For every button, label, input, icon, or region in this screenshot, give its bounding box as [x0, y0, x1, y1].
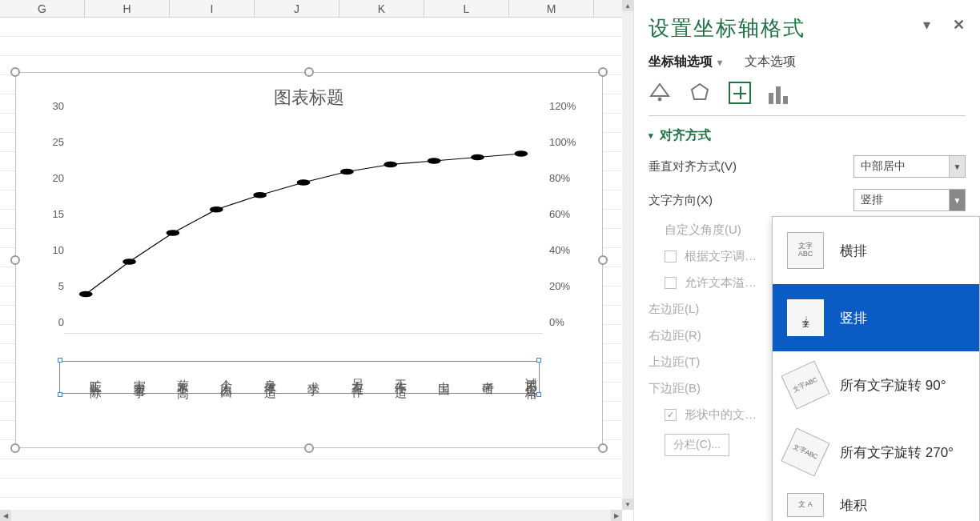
x-axis-labels[interactable]: 旷工解除家中有事薪水不高个人原因身体不适求学另有工作工作不适出国考研试用不合格 — [59, 361, 540, 394]
resize-handle-br[interactable] — [598, 443, 608, 453]
axis-sel-handle[interactable] — [536, 358, 541, 363]
x-axis-label[interactable]: 试用不合格 — [496, 362, 539, 393]
columns-button[interactable]: 分栏(C)... — [665, 434, 729, 456]
x-axis-label[interactable]: 工作不适 — [365, 362, 408, 393]
wrap-text-checkbox[interactable] — [665, 409, 677, 421]
vertical-scrollbar[interactable]: ▲ ▼ — [622, 0, 633, 510]
x-axis-label[interactable]: 出国 — [408, 362, 452, 393]
col-header[interactable]: L — [424, 0, 509, 17]
text-direction-label: 文字方向(X) — [649, 193, 853, 208]
x-axis-label[interactable]: 考研 — [452, 362, 495, 393]
y-axis-left[interactable]: 051015202530 — [24, 118, 64, 334]
col-header[interactable]: M — [509, 0, 594, 17]
axis-sel-handle[interactable] — [58, 392, 62, 397]
axis-sel-handle[interactable] — [58, 358, 62, 363]
tab-text-options[interactable]: 文本选项 — [745, 54, 796, 70]
col-header[interactable]: K — [339, 0, 424, 17]
col-header[interactable]: H — [85, 0, 170, 17]
text-direction-select[interactable]: 竖排 ▼ — [853, 189, 966, 211]
x-axis-label[interactable]: 身体不适 — [234, 362, 277, 393]
resize-handle-t[interactable] — [304, 67, 314, 77]
rotate270-text-icon: 文字ABC — [781, 427, 829, 476]
axis-sel-handle[interactable] — [536, 392, 541, 397]
size-properties-icon[interactable] — [729, 82, 751, 104]
resize-handle-l[interactable] — [10, 255, 20, 265]
bar-series[interactable] — [64, 118, 543, 334]
x-axis-label[interactable]: 另有工作 — [321, 362, 364, 393]
tab-axis-options[interactable]: 坐标轴选项 — [649, 54, 722, 70]
format-axis-pane: ▾ ✕ 设置坐标轴格式 坐标轴选项 文本选项 对齐方式 垂直对齐方式(V) 中部… — [634, 0, 980, 521]
svg-point-11 — [658, 98, 661, 101]
x-axis-label[interactable]: 个人原因 — [191, 362, 234, 393]
text-direction-dropdown[interactable]: 文字ABC 横排 文字↓ 竖排 文字ABC 所有文字旋转 90° 文字ABC 所… — [772, 216, 980, 521]
chart-object[interactable]: 图表标题 051015202530 0%20%40%60%80%100%120%… — [15, 72, 603, 448]
dropdown-option-rotate270[interactable]: 文字ABC 所有文字旋转 270° — [773, 419, 979, 486]
chevron-down-icon[interactable]: ▼ — [949, 156, 965, 177]
dropdown-option-rotate90[interactable]: 文字ABC 所有文字旋转 90° — [773, 351, 979, 419]
effects-icon[interactable] — [689, 82, 711, 104]
vertical-text-icon: 文字↓ — [787, 299, 824, 336]
dropdown-option-stacked[interactable]: 文 A 堆积 — [773, 486, 979, 521]
vertical-align-label: 垂直对齐方式(V) — [649, 159, 853, 174]
x-axis-label[interactable]: 求学 — [278, 362, 321, 393]
scroll-left-button[interactable]: ◀ — [0, 510, 11, 521]
pane-options-dropdown[interactable]: ▾ — [919, 16, 934, 30]
fill-line-icon[interactable] — [649, 82, 671, 104]
svg-marker-12 — [692, 84, 708, 99]
allow-overflow-checkbox[interactable] — [665, 277, 677, 289]
horizontal-text-icon: 文字ABC — [787, 232, 824, 269]
worksheet-area[interactable]: G H I J K L M 图表标题 051015202530 0%20%40%… — [0, 0, 634, 521]
resize-handle-tr[interactable] — [598, 67, 608, 77]
y-axis-right[interactable]: 0%20%40%60%80%100%120% — [543, 118, 594, 334]
scroll-up-button[interactable]: ▲ — [622, 0, 633, 11]
resize-shape-checkbox[interactable] — [665, 250, 677, 263]
col-header[interactable]: J — [255, 0, 339, 17]
dropdown-option-horizontal[interactable]: 文字ABC 横排 — [773, 217, 979, 284]
dropdown-option-vertical[interactable]: 文字↓ 竖排 — [773, 284, 979, 351]
rotate90-text-icon: 文字ABC — [781, 360, 829, 409]
resize-handle-tl[interactable] — [10, 67, 20, 77]
stacked-text-icon: 文 A — [787, 493, 824, 517]
resize-handle-r[interactable] — [598, 255, 608, 265]
vertical-align-select[interactable]: 中部居中 ▼ — [853, 155, 966, 178]
scroll-right-button[interactable]: ▶ — [611, 510, 622, 521]
close-pane-button[interactable]: ✕ — [951, 16, 966, 30]
col-header[interactable]: G — [0, 0, 85, 17]
resize-handle-bl[interactable] — [10, 443, 20, 453]
x-axis-label[interactable]: 旷工解除 — [60, 362, 103, 393]
resize-handle-b[interactable] — [304, 443, 314, 453]
col-header[interactable]: I — [170, 0, 255, 17]
column-headers-row[interactable]: G H I J K L M — [0, 0, 633, 18]
chevron-down-icon[interactable]: ▼ — [949, 190, 965, 210]
scroll-down-button[interactable]: ▼ — [622, 499, 633, 510]
horizontal-scrollbar[interactable]: ◀ ▶ — [0, 510, 622, 521]
x-axis-label[interactable]: 薪水不高 — [147, 362, 191, 393]
alignment-group-header[interactable]: 对齐方式 — [649, 127, 966, 144]
pane-title: 设置坐标轴格式 — [649, 14, 966, 42]
chart-title[interactable]: 图表标题 — [16, 73, 602, 118]
axis-options-icon[interactable] — [769, 82, 791, 104]
x-axis-label[interactable]: 家中有事 — [103, 362, 147, 393]
